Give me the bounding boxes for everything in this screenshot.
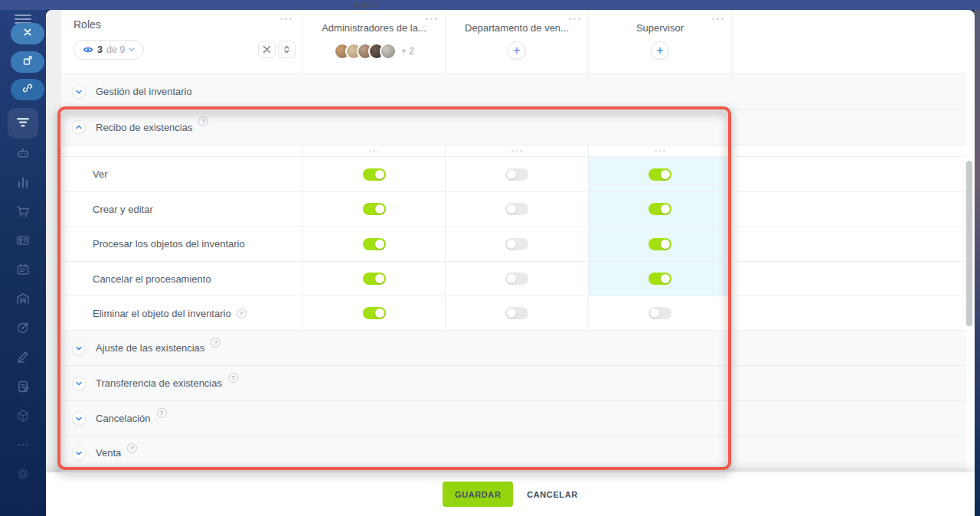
box-icon — [15, 408, 31, 423]
top-bar — [0, 0, 980, 10]
chevron-down-icon[interactable] — [72, 412, 86, 426]
add-role-column: + — [731, 10, 966, 74]
help-icon[interactable]: ? — [127, 443, 137, 453]
roles-menu-dots-icon[interactable] — [280, 18, 292, 20]
warehouse-icon — [15, 291, 31, 306]
permission-label: Crear y editar — [61, 192, 302, 226]
sidebar-item-warehouse[interactable] — [15, 291, 31, 306]
column-menu-dots-icon[interactable] — [712, 18, 724, 20]
add-member-button[interactable]: + — [508, 41, 526, 60]
add-member-button[interactable]: + — [651, 41, 669, 60]
sidebar-item-bot[interactable] — [15, 145, 31, 161]
permission-row-cancelar-procesamiento: Cancelar el procesamiento — [61, 262, 966, 296]
section-label: Ajuste de las existencias — [96, 342, 204, 354]
help-icon[interactable]: ? — [228, 373, 238, 383]
avatar-group[interactable]: + 2 — [303, 43, 445, 60]
toggle-admin[interactable] — [363, 203, 386, 215]
toggle-supervisor[interactable] — [648, 273, 671, 285]
sidebar-item-analytics[interactable] — [15, 175, 31, 190]
filter-count: 3 — [97, 44, 103, 55]
toggle-admin[interactable] — [363, 168, 386, 181]
sidebar-item-sign[interactable] — [15, 349, 31, 364]
background-strip — [974, 0, 980, 516]
help-icon[interactable]: ? — [237, 309, 247, 318]
column-label[interactable]: Supervisor — [589, 22, 731, 34]
section-row-stock-transfer[interactable]: Transferencia de existencias ? — [61, 366, 966, 401]
chevron-down-icon[interactable] — [72, 341, 86, 355]
toggle-supervisor[interactable] — [648, 307, 671, 319]
section-label: Transferencia de existencias — [96, 377, 222, 389]
open-window-button[interactable] — [11, 51, 44, 73]
section-row-cancellation[interactable]: Cancelación ? — [61, 401, 966, 436]
section-row-stock-receipt[interactable]: Recibo de existencias ? — [61, 109, 966, 145]
supervisor-cell — [588, 157, 731, 191]
sidebar-item-calendar[interactable] — [15, 262, 31, 277]
help-icon[interactable]: ? — [211, 338, 220, 348]
permission-label: Cancelar el procesamiento — [61, 262, 302, 296]
permission-label-text: Eliminar el objeto del inventario — [93, 308, 231, 319]
cancel-button[interactable]: CANCELAR — [527, 490, 578, 499]
toggle-admin[interactable] — [363, 273, 386, 285]
expand-all-button[interactable] — [278, 41, 296, 58]
section-row-stock-adjustment[interactable]: Ajuste de las existencias ? — [61, 331, 966, 366]
scrollbar-thumb[interactable] — [966, 161, 972, 326]
nuevo-tab[interactable]: NUEVO — [353, 2, 379, 9]
toggle-admin[interactable] — [363, 307, 386, 319]
close-button[interactable] — [11, 23, 44, 44]
toggle-supervisor[interactable] — [648, 203, 671, 215]
save-button[interactable]: GUARDAR — [443, 482, 513, 507]
sidebar-item-inventory[interactable] — [15, 408, 31, 423]
cell-menu-dots-icon[interactable] — [511, 150, 522, 152]
sidebar-item-cart[interactable] — [15, 204, 31, 219]
help-icon[interactable]: ? — [198, 116, 208, 126]
cart-icon — [15, 204, 31, 219]
column-menu-dots-icon[interactable] — [426, 18, 437, 20]
permission-row-ver: Ver — [61, 157, 966, 192]
permission-row-procesar-objetos: Procesar los objetos del inventario — [61, 227, 966, 262]
permissions-table: Gestión del inventario Recibo de existen… — [61, 74, 966, 470]
document-edit-icon — [15, 379, 31, 394]
chevron-up-icon[interactable] — [72, 120, 86, 134]
column-menu-dots-icon[interactable] — [569, 18, 580, 20]
toggle-sales[interactable] — [505, 307, 528, 319]
footer-bar: GUARDAR CANCELAR — [46, 472, 975, 516]
toggle-sales[interactable] — [505, 238, 528, 250]
id-card-icon — [15, 233, 31, 248]
sidebar-item-target[interactable] — [15, 320, 31, 335]
toggle-admin[interactable] — [363, 238, 386, 250]
toggle-sales[interactable] — [505, 168, 528, 181]
column-label[interactable]: Administradores de la... — [303, 22, 445, 34]
sidebar-item-active-filter[interactable] — [8, 108, 38, 139]
section-label: Recibo de existencias — [96, 122, 192, 133]
toggle-supervisor[interactable] — [648, 168, 671, 181]
chevron-down-icon[interactable] — [72, 85, 86, 99]
sidebar-item-crm-card[interactable] — [15, 233, 31, 248]
eye-icon — [83, 44, 93, 55]
sidebar-item-more[interactable] — [15, 437, 31, 452]
chevron-down-icon[interactable] — [72, 377, 86, 390]
toggle-supervisor[interactable] — [648, 238, 671, 250]
section-row-sale[interactable]: Venta ? — [61, 436, 966, 470]
sidebar-item-documents[interactable] — [15, 379, 31, 394]
toggle-sales[interactable] — [505, 273, 528, 285]
roles-filter[interactable]: 3 de 9 — [74, 40, 144, 60]
supervisor-cell — [588, 192, 731, 226]
avatar-overflow-count: + 2 — [401, 46, 414, 57]
permission-label: Procesar los objetos del inventario — [61, 227, 302, 261]
section-row-inventory-management[interactable]: Gestión del inventario — [61, 74, 966, 109]
avatar — [380, 43, 397, 60]
cell-menu-dots-icon[interactable] — [655, 150, 665, 152]
collapse-all-button[interactable] — [258, 41, 276, 58]
permission-label: Eliminar el objeto del inventario ? — [61, 296, 302, 330]
sidebar-item-settings[interactable] — [15, 466, 31, 482]
chevron-down-icon[interactable] — [72, 446, 86, 460]
bar-chart-icon — [15, 175, 31, 190]
toggle-sales[interactable] — [505, 203, 528, 215]
cell-menu-dots-icon[interactable] — [369, 150, 380, 152]
copy-link-button[interactable] — [11, 79, 44, 100]
column-label[interactable]: Departamento de ven... — [446, 22, 588, 34]
help-icon[interactable]: ? — [157, 408, 167, 418]
calendar-icon — [15, 262, 31, 277]
page-title: Roles — [74, 18, 101, 31]
permissions-subheader — [61, 145, 966, 157]
